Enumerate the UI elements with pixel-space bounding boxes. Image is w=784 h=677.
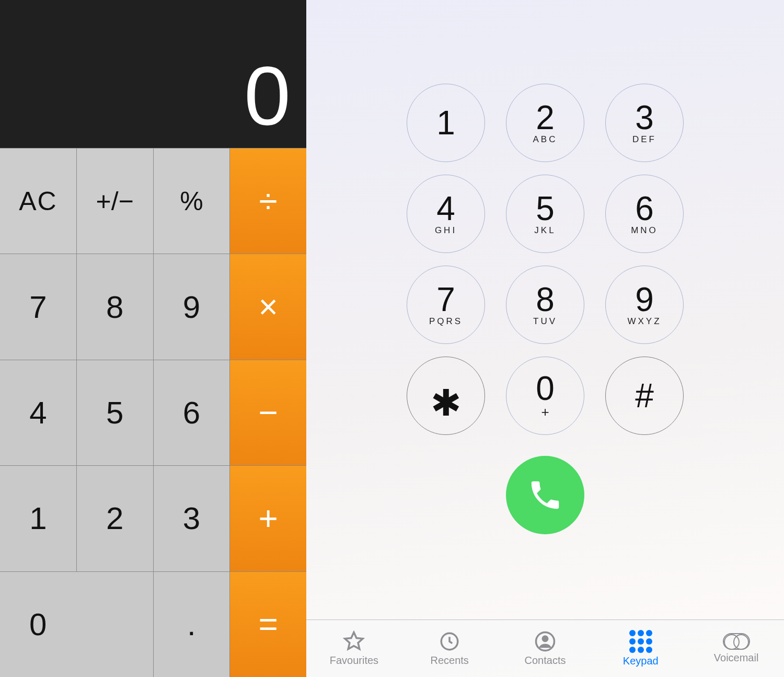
digit-label: 1 <box>436 106 455 140</box>
contacts-icon <box>534 630 556 652</box>
equals-button[interactable]: = <box>230 572 306 677</box>
digit-8-button[interactable]: 8 <box>77 254 153 359</box>
star-icon <box>343 630 365 652</box>
digit-sublabel: TUV <box>533 316 557 327</box>
clock-icon <box>439 630 460 652</box>
digit-6-button[interactable]: 6 <box>154 360 230 465</box>
call-button[interactable] <box>506 456 584 534</box>
plus-button[interactable]: + <box>230 466 306 571</box>
minus-button[interactable]: − <box>230 360 306 465</box>
digit-5-button[interactable]: 5 <box>77 360 153 465</box>
dial-4-button[interactable]: 4GHI <box>407 175 485 253</box>
calculator-keypad: AC +/− % ÷ 7 8 9 × 4 5 6 − 1 2 3 + 0 . = <box>0 148 306 677</box>
ac-button[interactable]: AC <box>0 148 76 254</box>
digit-label: 9 <box>635 283 654 316</box>
digit-label: 7 <box>436 283 455 316</box>
dial-2-button[interactable]: 2ABC <box>506 84 584 162</box>
digit-sublabel: ABC <box>533 134 558 145</box>
divide-button[interactable]: ÷ <box>230 148 306 254</box>
digit-label: 0 <box>536 372 555 405</box>
digit-label: 2 <box>536 101 555 134</box>
digit-9-button[interactable]: 9 <box>154 254 230 359</box>
phone-keypad: 1 2ABC 3DEF 4GHI 5JKL 6MNO 7PQRS 8TUV 9W… <box>306 73 784 619</box>
digit-label: 8 <box>536 283 555 316</box>
dial-3-button[interactable]: 3DEF <box>605 84 684 162</box>
digit-3-button[interactable]: 3 <box>154 466 230 571</box>
tab-contacts[interactable]: Contacts <box>498 620 593 677</box>
phone-app: 1 2ABC 3DEF 4GHI 5JKL 6MNO 7PQRS 8TUV 9W… <box>306 0 784 677</box>
tab-keypad[interactable]: Keypad <box>593 620 688 677</box>
sign-button[interactable]: +/− <box>77 148 153 254</box>
tab-label: Keypad <box>623 655 659 667</box>
digit-7-button[interactable]: 7 <box>0 254 76 359</box>
phone-icon <box>527 477 563 513</box>
digit-sublabel: JKL <box>534 225 556 236</box>
calculator-display: 0 <box>0 0 306 148</box>
digit-2-button[interactable]: 2 <box>77 466 153 571</box>
calculator-app: 0 AC +/− % ÷ 7 8 9 × 4 5 6 − 1 2 3 + 0 .… <box>0 0 306 677</box>
digit-4-button[interactable]: 4 <box>0 360 76 465</box>
dial-star-button[interactable]: ✱ <box>407 357 485 435</box>
tab-recents[interactable]: Recents <box>402 620 498 677</box>
dial-9-button[interactable]: 9WXYZ <box>605 266 684 344</box>
digit-1-button[interactable]: 1 <box>0 466 76 571</box>
phone-tabbar: Favourites Recents Contacts Keypad Voice… <box>306 619 784 677</box>
dial-8-button[interactable]: 8TUV <box>506 266 584 344</box>
tab-voicemail[interactable]: Voicemail <box>688 620 784 677</box>
digit-label: 6 <box>635 192 654 225</box>
dial-6-button[interactable]: 6MNO <box>605 175 684 253</box>
tab-favourites[interactable]: Favourites <box>306 620 402 677</box>
calculator-display-value: 0 <box>244 54 291 137</box>
digit-label: ✱ <box>431 385 462 421</box>
phone-number-display <box>306 0 784 73</box>
dial-hash-button[interactable]: # <box>605 357 684 435</box>
dial-7-button[interactable]: 7PQRS <box>407 266 485 344</box>
keypad-icon <box>629 630 652 653</box>
voicemail-icon <box>723 633 750 650</box>
digit-sublabel: + <box>541 404 549 420</box>
dial-5-button[interactable]: 5JKL <box>506 175 584 253</box>
percent-button[interactable]: % <box>154 148 230 254</box>
digit-label: 5 <box>536 192 555 225</box>
decimal-button[interactable]: . <box>154 572 230 677</box>
digit-sublabel: WXYZ <box>627 316 661 327</box>
tab-label: Voicemail <box>714 652 759 664</box>
dial-0-button[interactable]: 0+ <box>506 357 584 435</box>
digit-0-button[interactable]: 0 <box>0 572 153 677</box>
tab-label: Favourites <box>330 655 378 667</box>
digit-label: 4 <box>436 192 455 225</box>
tab-label: Contacts <box>525 655 566 667</box>
svg-point-2 <box>542 636 548 641</box>
digit-sublabel: GHI <box>435 225 457 236</box>
digit-label: # <box>635 379 654 412</box>
dial-1-button[interactable]: 1 <box>407 84 485 162</box>
tab-label: Recents <box>431 655 469 667</box>
digit-label: 3 <box>635 101 654 134</box>
digit-sublabel: PQRS <box>429 316 463 327</box>
digit-sublabel: MNO <box>631 225 658 236</box>
multiply-button[interactable]: × <box>230 254 306 359</box>
digit-sublabel: DEF <box>632 134 656 145</box>
